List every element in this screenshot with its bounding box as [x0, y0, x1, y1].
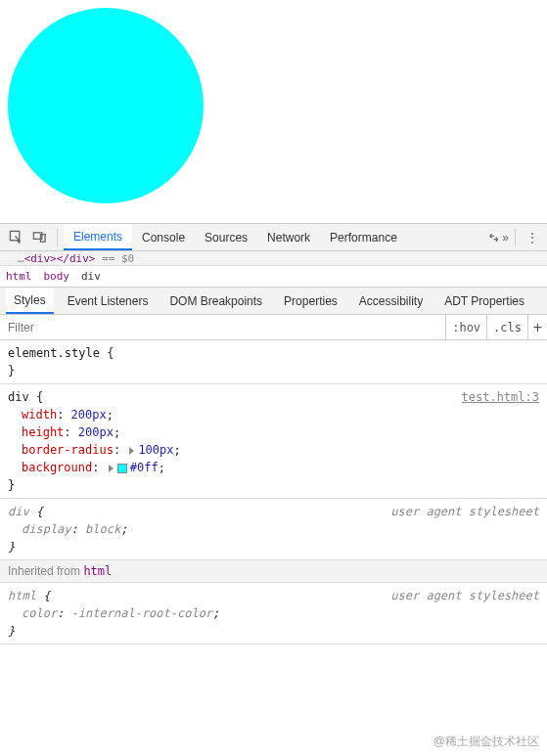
svg-rect-2	[40, 235, 45, 243]
breadcrumb-div[interactable]: div	[81, 270, 101, 283]
toolbar-separator	[57, 229, 58, 246]
cls-toggle[interactable]: .cls	[486, 315, 527, 339]
main-tab-sources[interactable]: Sources	[195, 224, 257, 250]
styles-sub-tabs: StylesEvent ListenersDOM BreakpointsProp…	[0, 288, 547, 315]
new-rule-button[interactable]: +	[527, 315, 547, 339]
inherited-header: Inherited from html	[0, 560, 547, 583]
main-tab-performance[interactable]: Performance	[320, 224, 407, 250]
main-tabs: ElementsConsoleSourcesNetworkPerformance	[64, 224, 407, 250]
toolbar-separator	[515, 229, 516, 246]
css-declaration[interactable]: color: -internal-root-color;	[8, 604, 539, 622]
kebab-menu-icon[interactable]: ⋮	[522, 227, 543, 248]
more-tabs-icon[interactable]: »	[487, 227, 509, 248]
dom-breadcrumb: htmlbodydiv	[0, 266, 547, 288]
css-declaration[interactable]: width: 200px;	[8, 406, 539, 423]
rule-source: user agent stylesheet	[390, 503, 539, 520]
hov-toggle[interactable]: :hov	[445, 315, 486, 339]
rule-selector[interactable]: div	[8, 390, 29, 404]
css-rule[interactable]: user agent stylesheetdiv {display: block…	[0, 499, 547, 560]
rule-selector[interactable]: element.style	[8, 346, 100, 360]
css-rule[interactable]: user agent stylesheethtml {color: -inter…	[0, 583, 547, 645]
expand-icon[interactable]	[109, 465, 114, 472]
sub-tab-properties[interactable]: Properties	[276, 288, 345, 314]
css-declaration[interactable]: display: block;	[8, 520, 539, 538]
styles-filter-input[interactable]	[0, 315, 445, 339]
css-declaration[interactable]: background: #0ff;	[8, 459, 539, 476]
breadcrumb-body[interactable]: body	[44, 270, 70, 283]
styles-panel: element.style {}test.html:3div {width: 2…	[0, 340, 547, 645]
main-tab-network[interactable]: Network	[257, 224, 320, 250]
rule-selector[interactable]: html	[8, 589, 36, 602]
breadcrumb-html[interactable]: html	[6, 270, 32, 283]
sub-tab-accessibility[interactable]: Accessibility	[351, 288, 431, 314]
css-declaration[interactable]: height: 200px;	[8, 423, 539, 441]
devtools-panel: ElementsConsoleSourcesNetworkPerformance…	[0, 223, 547, 645]
rule-source[interactable]: test.html:3	[462, 388, 539, 406]
watermark-text: @稀土掘金技术社区	[433, 734, 539, 750]
css-rule[interactable]: element.style {}	[0, 340, 547, 384]
css-declaration[interactable]: border-radius: 100px;	[8, 441, 539, 459]
inherited-from-tag[interactable]: html	[83, 564, 112, 578]
css-rule[interactable]: test.html:3div {width: 200px;height: 200…	[0, 384, 547, 499]
devtools-toolbar: ElementsConsoleSourcesNetworkPerformance…	[0, 224, 547, 251]
main-tab-elements[interactable]: Elements	[64, 224, 132, 250]
main-tab-console[interactable]: Console	[132, 224, 195, 250]
dom-preview-line[interactable]: …<div></div> == $0	[0, 251, 547, 266]
sub-tab-styles[interactable]: Styles	[6, 288, 54, 314]
page-viewport	[0, 0, 547, 223]
styles-filter-row: :hov .cls +	[0, 315, 547, 340]
sub-tab-event-listeners[interactable]: Event Listeners	[60, 288, 157, 314]
demo-circle	[8, 8, 204, 203]
rule-selector[interactable]: div	[8, 505, 29, 518]
rule-source: user agent stylesheet	[390, 587, 539, 604]
element-picker-icon[interactable]	[4, 226, 27, 249]
expand-icon[interactable]	[129, 447, 134, 455]
device-toggle-icon[interactable]	[27, 226, 51, 249]
sub-tab-dom-breakpoints[interactable]: DOM Breakpoints	[161, 288, 270, 314]
color-swatch[interactable]	[117, 464, 127, 473]
sub-tab-adt-properties[interactable]: ADT Properties	[436, 288, 532, 314]
